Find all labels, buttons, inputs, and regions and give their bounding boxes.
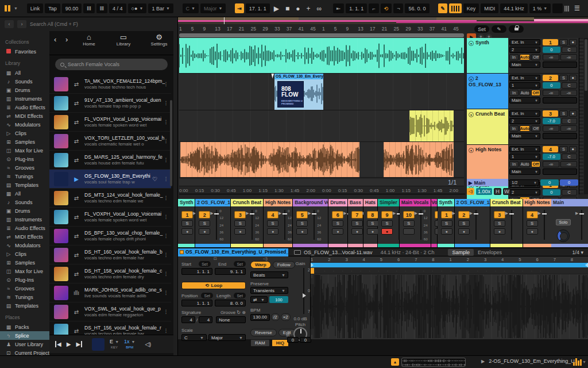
monitor-in-button[interactable]: In (509, 161, 519, 167)
sidebar-library-item[interactable]: ⇌ MIDI Effects (5, 232, 49, 241)
tab-sample[interactable]: Sample (448, 249, 474, 256)
warning-icon[interactable]: ▲ (391, 358, 399, 366)
warp-mode-menu[interactable]: Beats▼ (250, 271, 288, 278)
scale-root-menu[interactable]: C▼ (181, 334, 207, 341)
track-volume-field[interactable]: 0 (543, 47, 560, 53)
volume-fader[interactable] (314, 210, 315, 240)
channel-name[interactable]: Background Vox (293, 199, 328, 206)
punch-out-button[interactable]: ¬ (393, 3, 403, 13)
track-text-box[interactable] (543, 168, 577, 175)
bpm-half-button[interactable]: /2 (271, 313, 280, 321)
sidebar-places-item[interactable]: ▦ Packs (5, 323, 49, 331)
more-options-icon[interactable]: ⋮ (163, 195, 169, 201)
browser-search-placeholder[interactable]: Search All (Cmd + F) (30, 21, 78, 27)
more-options-icon[interactable]: ⋮ (163, 328, 169, 334)
sample-list-item[interactable]: ⇄ TA_MK_VOX_FEMALE12_124bpm_ vocals hous… (49, 75, 171, 94)
sample-list-item[interactable]: ⇄ FL_VOXPH_Vocal_Loop_Voicemai vocals fe… (49, 208, 171, 227)
splice-home-tab[interactable]: ⌂Home (79, 33, 99, 47)
draw-mode-button[interactable]: ✎ (438, 3, 447, 13)
mixer-channel[interactable]: Synth 1 S ● ▶ (438, 199, 455, 247)
monitor-off-button[interactable]: Off (531, 90, 540, 96)
more-options-icon[interactable]: ⋮ (163, 214, 169, 220)
channel-arm-button[interactable] (403, 228, 415, 235)
tap-tempo-button[interactable]: Tap (45, 3, 60, 13)
arm-record-icon[interactable]: ● (569, 146, 577, 152)
audio-clip[interactable] (180, 142, 359, 177)
input-channel-menu[interactable]: 2▼ (509, 118, 540, 124)
equalizer-bars-icon[interactable] (573, 358, 582, 366)
midi-map-button[interactable]: MIDI (481, 3, 498, 13)
track-pan-field[interactable]: C (562, 189, 577, 195)
preview-toggle-icon[interactable]: ⇄ (72, 328, 80, 334)
preview-toggle-icon[interactable]: ⇄ (72, 214, 80, 220)
tab-envelopes[interactable]: Envelopes (474, 249, 506, 256)
channel-solo-button[interactable]: S (403, 220, 415, 227)
track-volume-field[interactable]: 0 (543, 82, 560, 89)
monitor-auto-button[interactable]: Auto (520, 125, 531, 132)
channel-name[interactable]: Drums (328, 199, 347, 206)
main-track-lane[interactable] (179, 179, 464, 186)
volume-fader[interactable] (511, 210, 512, 240)
waveform-preview-strip[interactable] (401, 358, 466, 367)
preview-headphone-icon[interactable]: ◁) (467, 188, 474, 195)
channel-name[interactable]: Synth (438, 199, 454, 206)
channel-solo-button[interactable]: S (381, 220, 393, 227)
splice-search-input[interactable]: Search Female Vocals (55, 59, 168, 70)
input-channel-menu[interactable]: 2▼ (509, 189, 540, 195)
arm-record-icon[interactable]: ● (569, 110, 577, 117)
sample-list-item[interactable]: ⇄ VOX_TORI_LETZLER_100_vocal_h vocals ci… (49, 132, 171, 151)
sidebar-library-item[interactable]: ◫ Max for Live (5, 267, 49, 275)
sample-bar-ruler[interactable]: 1234567812345678 (311, 256, 588, 263)
channel-number-button[interactable]: 5 (296, 211, 308, 218)
lock-envelopes-icon[interactable] (509, 25, 524, 33)
monitor-auto-button[interactable]: Auto (520, 54, 531, 60)
arrangement-overview[interactable] (178, 17, 588, 24)
channel-arm-button[interactable]: ● (494, 228, 505, 235)
set-locator-button[interactable]: Set (474, 25, 489, 33)
arrangement-position-field[interactable]: 17. 1. 1 (246, 3, 270, 13)
tempo-field[interactable]: 90.00 (62, 3, 82, 13)
track-header[interactable]: ▼2 OS_FLOW_13 Ext. In▼ 1▼ In Auto Off Ma… (467, 74, 578, 109)
track-lane-synth[interactable] (179, 38, 464, 74)
splice-back-button[interactable]: ‹ (54, 36, 56, 44)
audio-clip[interactable] (409, 110, 454, 141)
channel-number-button[interactable]: 3 (494, 211, 505, 218)
play-button[interactable]: ▶ (272, 5, 281, 13)
sidebar-library-item[interactable]: ≈ Grooves (5, 284, 49, 293)
fold-track-icon[interactable]: ▼ (469, 76, 474, 82)
audio-clip[interactable] (384, 142, 454, 177)
monitor-auto-button[interactable]: Auto (520, 90, 529, 96)
signature-denominator-field[interactable]: 4 (199, 316, 212, 323)
loop-button[interactable]: ⟲ (381, 3, 392, 13)
more-options-icon[interactable]: ⋮ (163, 233, 169, 239)
channel-arm-button[interactable]: ● (332, 228, 343, 235)
more-options-icon[interactable]: ⋮ (163, 119, 169, 125)
groove-commit-icon[interactable]: ↻ (237, 310, 241, 315)
channel-solo-button[interactable]: S (181, 220, 193, 227)
transient-loop-mode-menu[interactable]: ⇄▼ (250, 296, 268, 303)
record-button[interactable]: ● (293, 5, 302, 13)
sidebar-library-item[interactable]: ▣ Drums (5, 86, 49, 94)
chevron-down-icon[interactable]: ▼ (582, 360, 586, 364)
channel-number-button[interactable]: 1 (181, 211, 193, 218)
channel-number-button[interactable]: 10 (403, 211, 415, 218)
volume-fader[interactable] (252, 210, 253, 240)
preview-toggle-icon[interactable]: ⇄ (72, 233, 80, 239)
channel-solo-button[interactable]: S (296, 220, 308, 227)
channel-number-button[interactable]: 3 (234, 211, 246, 218)
channel-number-button[interactable]: 2 (199, 211, 210, 218)
mixer-channel[interactable]: 2 OS_FLOW_130_ 2 S ● ▶ (455, 199, 490, 247)
monitor-in-button[interactable]: In (509, 90, 519, 96)
volume-fader[interactable] (216, 210, 217, 240)
more-options-icon[interactable]: ⋮ (163, 138, 169, 144)
clip-panel-toggle-icon[interactable]: ⊡ (214, 256, 217, 261)
preview-toggle-icon[interactable]: ⇄ (72, 252, 80, 258)
back-to-start-button[interactable]: ⇤ (333, 3, 345, 13)
sample-list-item[interactable]: ⇄ 91V_AT_130_ambient_vocal_duen vocals f… (49, 94, 171, 113)
track-lane-high-notes[interactable] (179, 142, 464, 178)
sidebar-places-item[interactable]: ϟ Splice (0, 331, 49, 340)
channel-name[interactable]: Simpler (378, 199, 399, 206)
more-options-icon[interactable]: ⋮ (163, 157, 169, 163)
track-header[interactable]: ▼Synth Ext. In▼ 2▼ In Auto Off Main▼ (467, 38, 578, 74)
sidebar-library-item[interactable]: ♪ Sounds (5, 77, 49, 86)
